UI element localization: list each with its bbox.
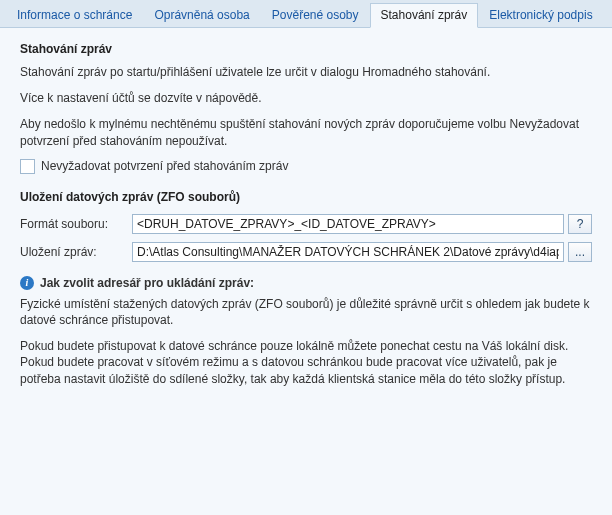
info-p2: Pokud budete přistupovat k datové schrán… bbox=[20, 338, 592, 387]
section-title-download: Stahování zpráv bbox=[20, 42, 592, 56]
info-icon: i bbox=[20, 276, 34, 290]
tab-authorized-person[interactable]: Oprávněná osoba bbox=[143, 3, 260, 28]
tab-permissions[interactable]: Oprávnění bbox=[604, 3, 612, 28]
browse-path-button[interactable]: ... bbox=[568, 242, 592, 262]
label-storage-path: Uložení zpráv: bbox=[20, 245, 128, 259]
tab-electronic-signature[interactable]: Elektronický podpis bbox=[478, 3, 603, 28]
help-format-button[interactable]: ? bbox=[568, 214, 592, 234]
checkbox-noconfirm-label: Nevyžadovat potvrzení před stahováním zp… bbox=[41, 159, 288, 173]
info-heading: Jak zvolit adresář pro ukládání zpráv: bbox=[40, 276, 254, 290]
label-file-format: Formát souboru: bbox=[20, 217, 128, 231]
download-help-p3: Aby nedošlo k mylnému nechtěnému spuštěn… bbox=[20, 116, 592, 148]
tab-bar: Informace o schránce Oprávněná osoba Pov… bbox=[0, 0, 612, 28]
info-heading-row: i Jak zvolit adresář pro ukládání zpráv: bbox=[20, 276, 592, 290]
input-storage-path[interactable] bbox=[132, 242, 564, 262]
download-help-p1: Stahování zpráv po startu/přihlášení uži… bbox=[20, 64, 592, 80]
input-file-format[interactable] bbox=[132, 214, 564, 234]
section-title-storage: Uložení datových zpráv (ZFO souborů) bbox=[20, 190, 592, 204]
info-p1: Fyzické umístění stažených datových zprá… bbox=[20, 296, 592, 328]
tab-inbox-info[interactable]: Informace o schránce bbox=[6, 3, 143, 28]
settings-window: Informace o schránce Oprávněná osoba Pov… bbox=[0, 0, 612, 515]
download-help-p2: Více k nastavení účtů se dozvíte v nápov… bbox=[20, 90, 592, 106]
tab-delegated-persons[interactable]: Pověřené osoby bbox=[261, 3, 370, 28]
checkbox-noconfirm[interactable] bbox=[20, 159, 35, 174]
row-storage-path: Uložení zpráv: ... bbox=[20, 242, 592, 262]
checkbox-row-noconfirm[interactable]: Nevyžadovat potvrzení před stahováním zp… bbox=[20, 159, 592, 174]
tab-content: Stahování zpráv Stahování zpráv po start… bbox=[0, 28, 612, 515]
row-file-format: Formát souboru: ? bbox=[20, 214, 592, 234]
tab-download-messages[interactable]: Stahování zpráv bbox=[370, 3, 479, 28]
